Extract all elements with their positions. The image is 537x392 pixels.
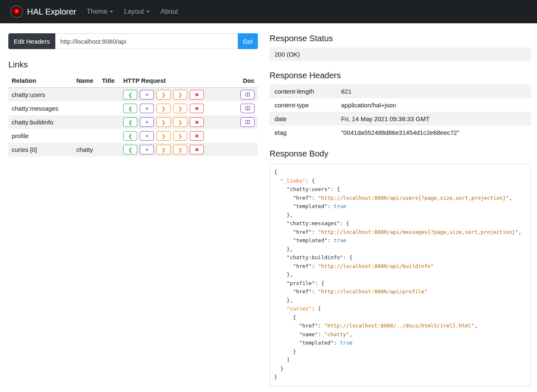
request-panel: Edit Headers Go! Links Relation Name Tit… <box>8 33 258 156</box>
column-header-title: Title <box>99 74 120 88</box>
put-request-button[interactable]: ❯ <box>156 131 171 141</box>
doc-cell <box>237 102 258 115</box>
patch-request-button[interactable]: ❯ <box>173 131 187 141</box>
http-request-cell: ❮+❯❯✖ <box>120 102 237 115</box>
response-body-card: { "_links": { "chatty:users": { "href": … <box>270 164 531 386</box>
links-table: Relation Name Title HTTP Request Doc cha… <box>8 74 258 156</box>
link-relation: chatty:messages <box>8 102 73 115</box>
patch-request-button[interactable]: ❯ <box>173 117 187 127</box>
put-request-button[interactable]: ❯ <box>156 117 171 127</box>
code-line: "templated": true <box>274 339 527 347</box>
put-request-button[interactable]: ❯ <box>156 104 171 113</box>
code-line: "href": "http://localhost:8080/api/users… <box>274 194 527 203</box>
caret-down-icon <box>110 11 113 12</box>
get-request-button[interactable]: ❮ <box>123 117 137 127</box>
patch-request-button[interactable]: ❯ <box>173 90 187 99</box>
url-input[interactable] <box>55 33 238 49</box>
doc-cell <box>237 115 258 129</box>
delete-request-button[interactable]: ✖ <box>190 90 204 99</box>
edit-headers-button[interactable]: Edit Headers <box>8 33 55 49</box>
table-row: chatty:messages❮+❯❯✖ <box>8 102 258 115</box>
put-request-button[interactable]: ❯ <box>156 145 171 154</box>
link-relation: curies [0] <box>8 143 73 156</box>
code-line: "chatty:messages": { <box>274 219 527 228</box>
links-heading: Links <box>8 60 258 69</box>
code-line: "href": "http://localhost:8080/api/build… <box>274 262 527 271</box>
response-header-row: content-length621 <box>270 84 531 98</box>
get-request-button[interactable]: ❮ <box>123 90 137 99</box>
http-request-cell: ❮+❯❯✖ <box>120 115 237 129</box>
column-header-name: Name <box>73 74 99 88</box>
response-header-row: etag"0041da552488d86e31454d1c2e68eec72" <box>270 126 531 139</box>
post-request-button[interactable]: + <box>140 117 154 127</box>
http-request-buttons: ❮+❯❯✖ <box>123 117 234 127</box>
book-icon <box>245 119 250 125</box>
code-line: } <box>274 373 527 382</box>
navbar-menu: ThemeLayoutAbout <box>81 5 183 19</box>
nav-item-label: Layout <box>124 8 144 15</box>
code-line: "name": "chatty", <box>274 330 527 339</box>
delete-request-button[interactable]: ✖ <box>190 131 204 141</box>
get-request-button[interactable]: ❮ <box>123 145 137 154</box>
patch-request-button[interactable]: ❯ <box>173 104 187 113</box>
post-request-button[interactable]: + <box>140 145 154 154</box>
link-name <box>73 129 99 143</box>
delete-request-button[interactable]: ✖ <box>190 117 204 127</box>
get-request-button[interactable]: ❮ <box>123 131 137 141</box>
doc-button[interactable] <box>240 104 255 113</box>
link-name: chatty <box>73 143 99 156</box>
code-line: "templated": true <box>274 236 527 245</box>
doc-button[interactable] <box>240 90 255 99</box>
http-request-buttons: ❮+❯❯✖ <box>123 90 234 99</box>
link-name <box>73 115 99 129</box>
delete-request-button[interactable]: ✖ <box>190 104 204 113</box>
header-value: Fri, 14 May 2021 09:38:33 GMT <box>336 112 531 126</box>
code-line: }, <box>274 211 527 220</box>
caret-down-icon <box>146 11 150 12</box>
post-request-button[interactable]: + <box>140 104 154 113</box>
http-request-buttons: ❮+❯❯✖ <box>123 145 234 154</box>
main-content: Edit Headers Go! Links Relation Name Tit… <box>0 23 537 392</box>
nav-item-theme[interactable]: Theme <box>81 5 119 19</box>
response-status-value: 200 (OK) <box>270 47 531 61</box>
go-button[interactable]: Go! <box>238 33 258 49</box>
link-title <box>99 129 120 143</box>
patch-request-button[interactable]: ❯ <box>173 145 187 154</box>
nav-item-about[interactable]: About <box>155 5 183 19</box>
response-header-row: content-typeapplication/hal+json <box>270 98 531 112</box>
link-relation: chatty:users <box>8 88 73 102</box>
table-row: curies [0]chatty❮+❯❯✖ <box>8 143 258 156</box>
code-line: { <box>274 313 527 322</box>
code-line: }, <box>274 245 527 254</box>
post-request-button[interactable]: + <box>140 90 154 99</box>
hal-logo-icon <box>10 5 23 18</box>
code-line: "href": "http://localhost:8080/../docs/h… <box>274 322 527 330</box>
book-icon <box>245 92 250 97</box>
header-value: 621 <box>336 84 531 98</box>
response-headers-table: content-length621content-typeapplication… <box>270 84 531 139</box>
code-line: "chatty:users": { <box>274 185 527 194</box>
code-line: }, <box>274 270 527 279</box>
response-body-heading: Response Body <box>270 149 531 159</box>
post-request-button[interactable]: + <box>140 131 154 141</box>
doc-cell <box>237 88 258 102</box>
code-line: "_links": { <box>274 177 527 186</box>
nav-item-layout[interactable]: Layout <box>119 5 155 19</box>
code-line: } <box>274 347 527 356</box>
column-header-relation: Relation <box>8 74 73 88</box>
put-request-button[interactable]: ❯ <box>156 90 171 99</box>
http-request-cell: ❮+❯❯✖ <box>120 88 237 102</box>
response-panel: Response Status 200 (OK) Response Header… <box>270 33 531 386</box>
link-name <box>73 88 99 102</box>
code-line: { <box>274 168 527 177</box>
nav-item-label: Theme <box>87 8 107 15</box>
link-relation: chatty:buildinfo <box>8 115 73 129</box>
doc-cell <box>237 143 258 156</box>
link-relation: profile <box>8 129 73 143</box>
get-request-button[interactable]: ❮ <box>123 104 137 113</box>
header-name: date <box>270 112 336 126</box>
http-request-cell: ❮+❯❯✖ <box>120 129 237 143</box>
code-line: "href": "http://localhost:8080/api/messa… <box>274 228 527 237</box>
doc-button[interactable] <box>240 117 255 127</box>
delete-request-button[interactable]: ✖ <box>190 145 204 154</box>
